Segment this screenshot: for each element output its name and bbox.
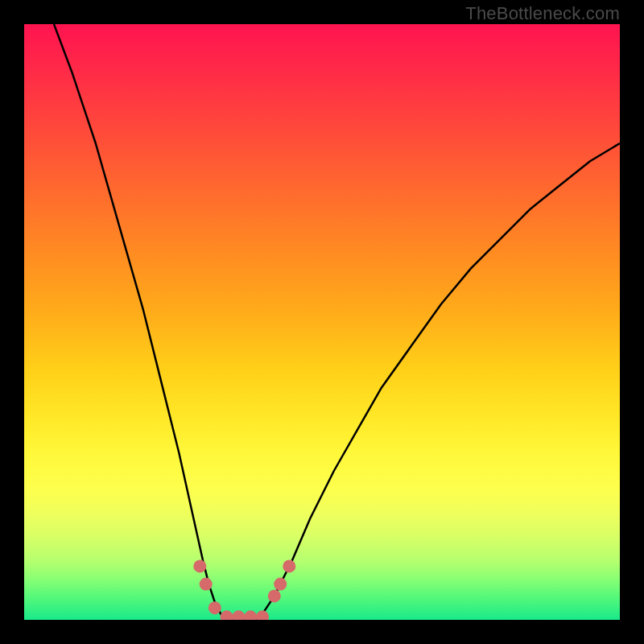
chart-frame: TheBottleneck.com	[0, 0, 644, 644]
right-dot-lower	[268, 589, 281, 602]
left-dot-lower	[200, 578, 213, 591]
right-dot-upper	[283, 559, 295, 572]
floor-dot-2	[232, 610, 245, 620]
watermark-text: TheBottleneck.com	[465, 3, 620, 24]
curve-layer	[24, 24, 620, 620]
right-dot-mid	[274, 578, 287, 591]
plot-area	[24, 24, 620, 620]
marker-group	[193, 559, 295, 620]
floor-dot-3	[244, 610, 257, 620]
curve-left-branch	[54, 24, 227, 620]
curve-right-branch	[262, 143, 620, 614]
left-dot-edge	[208, 601, 221, 614]
floor-dot-4	[256, 610, 269, 620]
floor-dot-1	[221, 610, 233, 620]
left-dot-upper	[193, 559, 206, 572]
